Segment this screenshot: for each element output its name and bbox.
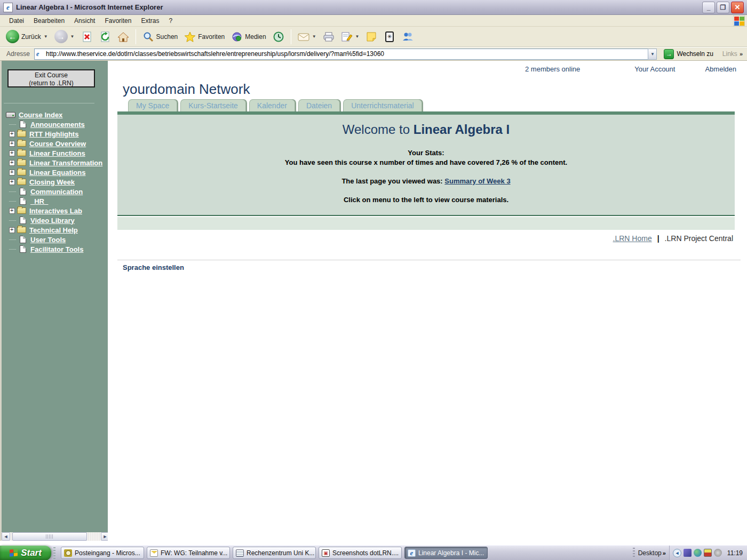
lrn-home-link[interactable]: .LRN Home xyxy=(613,234,652,243)
history-button[interactable] xyxy=(270,28,287,45)
folder-icon xyxy=(17,169,26,175)
menu-extras[interactable]: Extras xyxy=(136,16,164,26)
close-button[interactable]: ✕ xyxy=(731,2,744,13)
print-button[interactable] xyxy=(320,28,337,45)
stop-button[interactable] xyxy=(78,28,96,45)
sidebar-item-announcements[interactable]: Announcements xyxy=(2,119,108,129)
links-label[interactable]: Links xyxy=(722,50,737,58)
forward-icon: → xyxy=(54,30,68,43)
tab-kurs-startseite[interactable]: Kurs-Startseite xyxy=(180,99,246,111)
desktop-chevron-icon[interactable]: » xyxy=(663,550,665,556)
address-dropdown-icon[interactable]: ▼ xyxy=(648,49,657,60)
sidebar-item-linear-functions[interactable]: Linear Functions xyxy=(2,148,108,158)
media-button[interactable]: Medien xyxy=(228,28,268,45)
task-rechenzentrum[interactable]: Rechenzentrum Uni K... xyxy=(233,547,316,559)
sidebar-item-hr[interactable]: _HR_ xyxy=(2,196,108,206)
refresh-button[interactable] xyxy=(97,28,114,45)
sidebar-item-course-overview[interactable]: Course Overview xyxy=(2,139,108,148)
tray-icon-1[interactable] xyxy=(684,549,692,557)
edit-button[interactable]: ▼ xyxy=(338,28,362,45)
menu-bearbeiten[interactable]: Bearbeiten xyxy=(29,16,69,26)
home-icon xyxy=(117,31,129,43)
expand-icon[interactable] xyxy=(9,179,15,185)
sidebar-item-interactives-lab[interactable]: Interactives Lab xyxy=(2,206,108,215)
desktop-toolbar-label[interactable]: Desktop xyxy=(638,549,662,557)
page-icon xyxy=(20,121,26,128)
exit-course-button[interactable]: Exit Course (return to .LRN) xyxy=(7,69,95,87)
desktop-toolbar-grip[interactable] xyxy=(633,548,635,558)
expand-icon[interactable] xyxy=(9,150,15,156)
task-mail-message[interactable]: FW: WG: Teilnahme v... xyxy=(147,547,230,559)
back-button[interactable]: ← Zurück ▼ xyxy=(3,28,51,45)
scroll-right-icon[interactable]: ► xyxy=(101,532,108,541)
lrn-footer-links: .LRN Home | .LRN Project Central xyxy=(613,234,733,243)
minimize-button[interactable]: _ xyxy=(702,2,715,13)
restore-button[interactable]: ❐ xyxy=(717,2,729,13)
home-button[interactable] xyxy=(115,28,132,45)
language-link[interactable]: Sprache einstellen xyxy=(123,263,184,271)
task-screenshots[interactable]: Screenshots dotLRN.... xyxy=(319,547,402,559)
sidebar-item-video-library[interactable]: Video Library xyxy=(2,215,108,225)
menu-favoriten[interactable]: Favoriten xyxy=(100,16,136,26)
menu-datei[interactable]: Datei xyxy=(4,16,29,26)
search-button[interactable]: Suchen xyxy=(140,28,181,45)
forward-dropdown-icon[interactable]: ▼ xyxy=(70,34,75,39)
tab-dateien[interactable]: Dateien xyxy=(298,99,340,111)
logout-link[interactable]: Abmelden xyxy=(705,65,736,73)
summary-week3-link[interactable]: Summary of Week 3 xyxy=(444,177,510,185)
tab-my-space[interactable]: My Space xyxy=(128,99,177,111)
expand-icon[interactable] xyxy=(9,208,15,214)
task-posteingang[interactable]: Posteingang - Micros... xyxy=(61,547,144,559)
tab-kalender[interactable]: Kalender xyxy=(249,99,295,111)
sidebar-item-course-index[interactable]: Course Index xyxy=(2,110,108,119)
start-button[interactable]: Start xyxy=(0,546,51,560)
menu-ansicht[interactable]: Ansicht xyxy=(69,16,100,26)
go-button[interactable]: → Wechseln zu xyxy=(660,48,717,60)
folder-icon xyxy=(17,227,26,233)
sidebar-item-closing-week[interactable]: Closing Week xyxy=(2,177,108,187)
favorites-button[interactable]: Favoriten xyxy=(181,28,227,45)
sidebar-item-rtt-highlights[interactable]: RTT Highlights xyxy=(2,129,108,139)
course-index-sidebar: Exit Course (return to .LRN) Course Inde… xyxy=(0,61,108,541)
expand-icon[interactable] xyxy=(9,170,15,175)
expand-icon[interactable] xyxy=(9,141,15,147)
mail-dropdown-icon[interactable]: ▼ xyxy=(312,34,316,39)
ie-toolbar: ← Zurück ▼ → ▼ Suchen xyxy=(0,27,747,47)
scrollbar-thumb[interactable] xyxy=(12,532,87,541)
notes-button[interactable] xyxy=(363,28,380,45)
address-input[interactable]: e http://www.theservice.de/dotlrn/classe… xyxy=(34,49,648,60)
sidebar-item-user-tools[interactable]: User Tools xyxy=(2,235,108,244)
quicklaunch-grip[interactable] xyxy=(53,547,55,559)
expand-icon[interactable] xyxy=(9,131,15,137)
forward-button[interactable]: → ▼ xyxy=(52,28,77,45)
hide-icons-button[interactable]: ◄ xyxy=(673,549,681,557)
sidebar-item-facilitator-tools[interactable]: Facilitator Tools xyxy=(2,244,108,254)
sidebar-item-technical-help[interactable]: Technical Help xyxy=(2,225,108,235)
mail-button[interactable]: ▼ xyxy=(295,28,319,45)
sidebar-horizontal-scrollbar[interactable]: ◄ ► xyxy=(2,532,108,541)
menu-help[interactable]: ? xyxy=(164,16,177,26)
expand-icon[interactable] xyxy=(9,227,15,233)
your-account-link[interactable]: Your Account xyxy=(634,65,675,73)
back-dropdown-icon[interactable]: ▼ xyxy=(44,34,48,39)
messenger-button[interactable] xyxy=(399,28,416,45)
task-linear-algebra[interactable]: e Linear Algebra I - Mic... xyxy=(404,547,488,559)
folder-icon xyxy=(17,207,26,214)
windows-logo-icon xyxy=(733,15,745,26)
course-name: Linear Algebra I xyxy=(414,122,510,137)
lrn-project-central[interactable]: .LRN Project Central xyxy=(665,234,733,243)
tab-unterrichtsmaterial[interactable]: Unterrichtsmaterial xyxy=(343,99,422,111)
links-chevron-icon[interactable]: » xyxy=(740,51,745,57)
sidebar-item-linear-transformation[interactable]: Linear Transformation xyxy=(2,158,108,167)
scroll-left-icon[interactable]: ◄ xyxy=(2,532,10,541)
tray-icon-3[interactable] xyxy=(704,549,712,557)
sidebar-item-communication[interactable]: Communication xyxy=(2,187,108,196)
expand-icon[interactable] xyxy=(9,160,15,166)
tray-icon-4[interactable] xyxy=(714,549,722,557)
tray-icon-2[interactable] xyxy=(694,549,702,557)
tool-button[interactable]: ✳ xyxy=(381,28,398,45)
stop-icon xyxy=(81,31,93,43)
edit-dropdown-icon[interactable]: ▼ xyxy=(355,34,360,39)
sidebar-item-linear-equations[interactable]: Linear Equations xyxy=(2,167,108,177)
course-index-tree: Course Index Announcements RTT Highlight… xyxy=(2,110,108,254)
